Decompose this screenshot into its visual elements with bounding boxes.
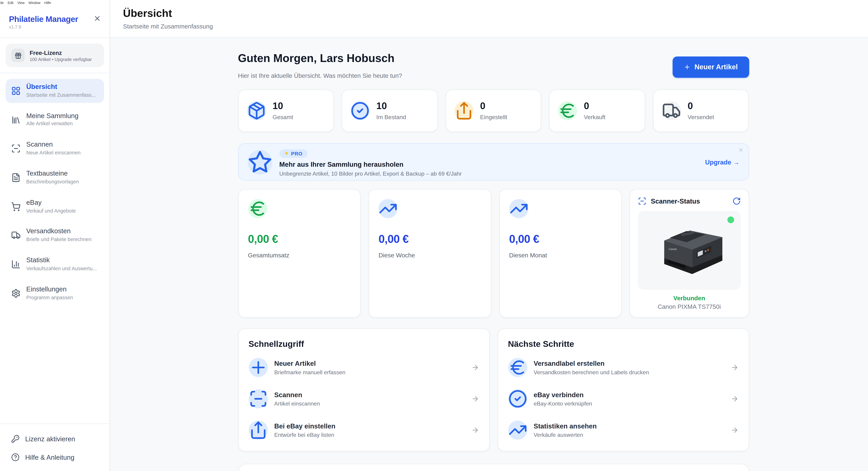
scan-icon xyxy=(249,389,268,409)
euro-icon xyxy=(508,358,527,377)
greeting-title: Guten Morgen, Lars Hobusch xyxy=(238,52,402,65)
scanner-connection-status: Verbunden xyxy=(638,295,741,301)
next-item-statistiken[interactable]: Statistiken ansehenVerkäufe auswerten xyxy=(508,419,738,441)
sidebar-item-ebay[interactable]: eBayVerkauf und Angebote xyxy=(5,195,104,218)
arrow-right-icon xyxy=(471,426,479,434)
quick-access-title: Schnellzugriff xyxy=(249,339,479,349)
scan-icon xyxy=(638,197,646,205)
arrow-right-icon xyxy=(471,363,479,371)
bar-chart-icon xyxy=(11,260,21,269)
page-header: Übersicht Startseite mit Zusammenfassung xyxy=(110,0,868,38)
refresh-icon[interactable] xyxy=(732,197,740,205)
check-circle-icon xyxy=(508,389,527,409)
scanner-device-name: Canon PIXMA TS7750i xyxy=(638,303,741,310)
trending-up-icon xyxy=(378,199,398,218)
sidebar-item-statistik[interactable]: StatistikVerkaufszahlen und Auswertu... xyxy=(5,252,104,276)
euro-icon xyxy=(248,199,267,218)
greeting-subtitle: Hier ist Ihre aktuelle Übersicht. Was mö… xyxy=(238,72,402,79)
next-steps-title: Nächste Schritte xyxy=(508,339,738,349)
app-window: File Edit View Window Hilfe Philatelie M… xyxy=(0,0,868,471)
euro-icon xyxy=(558,101,577,120)
plus-icon xyxy=(249,358,268,377)
sidebar-nav: ÜbersichtStartseite mit Zusammenfass... … xyxy=(0,73,110,423)
stat-card-gesamt: 10Gesamt xyxy=(238,89,334,132)
scanner-status-card: Scanner-Status xyxy=(629,189,749,318)
scanner-status-title: Scanner-Status xyxy=(651,197,700,205)
page-content: Guten Morgen, Lars Hobusch Hier ist Ihre… xyxy=(110,38,868,471)
printer-image: Canon xyxy=(647,222,731,278)
sidebar-item-textbausteine[interactable]: TextbausteineBeschreibungsvorlagen xyxy=(5,166,104,189)
pro-banner: ★ PRO Mehr aus Ihrer Sammlung heraushole… xyxy=(238,143,749,181)
arrow-right-icon xyxy=(731,426,738,434)
upgrade-link[interactable]: Upgrade → xyxy=(705,158,740,165)
sidebar-item-lizenz-aktivieren[interactable]: Lizenz aktivieren xyxy=(5,430,104,448)
shopping-cart-icon xyxy=(11,202,21,211)
star-badge-icon: ★ xyxy=(284,151,289,156)
gift-icon xyxy=(11,49,25,62)
check-circle-icon xyxy=(351,101,370,120)
quick-item-neuer-artikel[interactable]: Neuer ArtikelBriefmarke manuell erfassen xyxy=(249,356,479,379)
sidebar-item-versandkosten[interactable]: VersandkostenBriefe und Pakete berechnen xyxy=(5,223,104,247)
scanner-preview-panel: Canon xyxy=(638,211,741,290)
partial-card xyxy=(238,464,749,471)
license-subtitle: 100 Artikel • Upgrade verfügbar xyxy=(30,57,92,62)
next-steps-card: Nächste Schritte Versandlabel erstellenV… xyxy=(497,328,749,451)
menu-window[interactable]: Window xyxy=(28,1,40,4)
arrow-right-icon xyxy=(731,395,738,403)
sidebar-item-uebersicht[interactable]: ÜbersichtStartseite mit Zusammenfass... xyxy=(5,79,104,102)
package-icon xyxy=(247,101,266,120)
stat-card-versendet: 0Versendet xyxy=(653,89,749,132)
menubar: File Edit View Window Hilfe xyxy=(0,1,51,4)
file-text-icon xyxy=(11,173,21,182)
page-title: Übersicht xyxy=(123,7,868,20)
sidebar-item-einstellungen[interactable]: EinstellungenProgramm anpassen xyxy=(5,281,104,305)
app-version: v1.7.9 xyxy=(9,25,101,30)
main-area: Übersicht Startseite mit Zusammenfassung… xyxy=(110,0,868,471)
sidebar-item-meine-sammlung[interactable]: Meine SammlungAlle Artikel verwalten xyxy=(5,108,104,131)
stat-card-eingestellt: 0Eingestellt xyxy=(445,89,541,132)
next-item-versandlabel[interactable]: Versandlabel erstellenVersandkosten bere… xyxy=(508,356,738,379)
pro-badge: ★ PRO xyxy=(279,149,308,158)
quick-item-scannen[interactable]: ScannenArtikel einscannen xyxy=(249,388,479,410)
new-article-button[interactable]: Neuer Artikel xyxy=(673,56,749,78)
quick-access-card: Schnellzugriff Neuer ArtikelBriefmarke m… xyxy=(238,328,489,451)
truck-icon xyxy=(662,101,681,120)
pro-banner-subtitle: Unbegrenzte Artikel, 10 Bilder pro Artik… xyxy=(279,171,462,177)
app-title: Philatelie Manager xyxy=(9,14,101,24)
dashboard-icon xyxy=(11,86,21,95)
next-item-ebay-verbinden[interactable]: eBay verbindeneBay-Konto verknüpfen xyxy=(508,388,738,410)
svg-text:Canon: Canon xyxy=(669,247,677,250)
truck-icon xyxy=(11,231,21,240)
license-title: Free-Lizenz xyxy=(30,49,92,56)
sidebar-footer: Lizenz aktivieren Hilfe & Anleitung xyxy=(0,423,110,471)
stat-card-im-bestand: 10Im Bestand xyxy=(342,89,438,132)
trending-up-icon xyxy=(509,199,528,218)
sidebar: Philatelie Manager v1.7.9 Free-Lizenz 10… xyxy=(0,0,110,471)
key-icon xyxy=(11,435,20,443)
menu-file[interactable]: File xyxy=(0,1,4,4)
license-card[interactable]: Free-Lizenz 100 Artikel • Upgrade verfüg… xyxy=(5,43,104,67)
trending-up-icon xyxy=(508,421,527,440)
revenue-card-diese-woche: 0,00 € Diese Woche xyxy=(368,189,491,318)
menu-view[interactable]: View xyxy=(18,1,25,4)
stats-row: 10Gesamt 10Im Bestand 0Eingestellt 0Verk… xyxy=(238,89,749,132)
quick-item-bei-ebay-einstellen[interactable]: Bei eBay einstellenEntwürfe bei eBay lis… xyxy=(249,419,479,441)
sidebar-item-hilfe-anleitung[interactable]: Hilfe & Anleitung xyxy=(5,448,104,467)
stat-card-verkauft: 0Verkauft xyxy=(549,89,645,132)
menu-edit[interactable]: Edit xyxy=(8,1,13,4)
upload-icon xyxy=(249,421,268,440)
greeting-section: Guten Morgen, Lars Hobusch Hier ist Ihre… xyxy=(238,52,749,79)
arrow-right-icon xyxy=(471,395,479,403)
page-subtitle: Startseite mit Zusammenfassung xyxy=(123,23,868,30)
revenue-row: 0,00 € Gesamtumsatz 0,00 € Diese Woche 0… xyxy=(238,189,749,318)
upload-icon xyxy=(454,101,473,120)
sidebar-item-scannen[interactable]: ScannenNeue Artikel einscannen xyxy=(5,137,104,160)
menu-hilfe[interactable]: Hilfe xyxy=(44,1,51,4)
lists-row: Schnellzugriff Neuer ArtikelBriefmarke m… xyxy=(238,328,749,451)
revenue-card-diesen-monat: 0,00 € Diesen Monat xyxy=(499,189,622,318)
plus-icon xyxy=(684,64,690,70)
close-banner-icon[interactable] xyxy=(738,147,743,153)
revenue-card-gesamtumsatz: 0,00 € Gesamtumsatz xyxy=(238,189,361,318)
close-sidebar-icon[interactable] xyxy=(93,14,101,22)
scan-icon xyxy=(11,144,21,153)
